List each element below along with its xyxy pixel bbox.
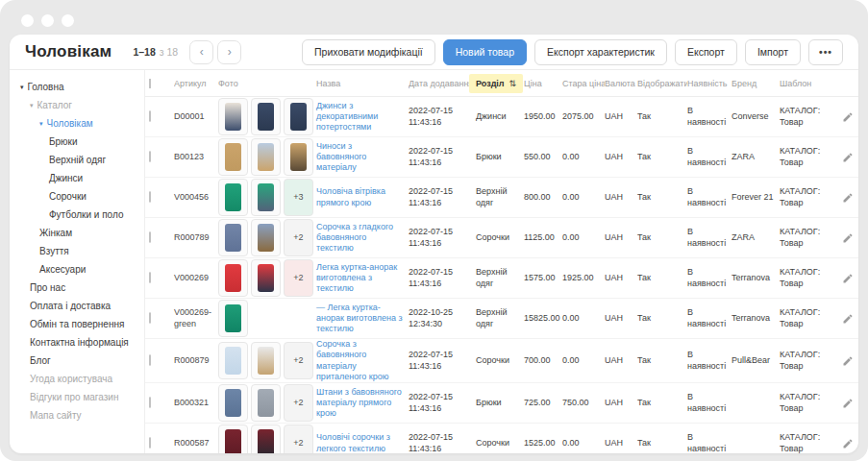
column-header-section[interactable]: Розділ ⇅ [469, 74, 523, 93]
pencil-icon [842, 355, 854, 367]
product-photo[interactable] [251, 259, 281, 297]
more-photos-badge[interactable]: +3 [284, 179, 313, 216]
product-photo[interactable] [251, 138, 281, 176]
sidebar-item-payment[interactable]: Оплата і доставка [10, 297, 144, 315]
export-characteristics-button[interactable]: Експорт характеристик [534, 39, 667, 65]
sidebar-item-shoes[interactable]: Взуття [10, 242, 144, 260]
product-photo[interactable] [251, 425, 281, 453]
column-header-old-price[interactable]: Стара ціна [562, 79, 605, 88]
product-photo[interactable] [218, 138, 248, 176]
product-photo[interactable] [251, 384, 281, 422]
row-checkbox[interactable] [149, 110, 151, 122]
product-name-link[interactable]: Джинси з декоративними потертостями [316, 101, 378, 133]
edit-button[interactable] [841, 312, 855, 326]
more-photos-badge[interactable]: +2 [284, 384, 313, 422]
column-header-template[interactable]: Шаблон [780, 79, 841, 88]
row-checkbox[interactable] [149, 354, 151, 366]
edit-button[interactable] [841, 110, 855, 124]
edit-button[interactable] [841, 191, 855, 205]
sidebar-item-outerwear[interactable]: Верхній одяг [10, 151, 144, 169]
sidebar-item-about[interactable]: Про нас [10, 279, 144, 297]
sidebar-item-catalog[interactable]: ▾Каталог [10, 96, 144, 114]
product-photo[interactable] [218, 219, 248, 256]
sidebar-item-trousers[interactable]: Брюки [10, 133, 144, 151]
product-name-link[interactable]: Чоловічі сорочки з легкого текстилю [316, 432, 390, 452]
column-header-date[interactable]: Дата додавання [409, 79, 476, 88]
sort-icon[interactable]: ⇅ [509, 79, 517, 88]
sidebar-item-men[interactable]: ▾Чоловікам [10, 114, 144, 133]
column-header-brand[interactable]: Бренд [732, 79, 780, 88]
edit-button[interactable] [841, 231, 855, 245]
sidebar-item-contacts[interactable]: Контактна інформація [10, 333, 144, 352]
prev-page-button[interactable]: ‹ [189, 40, 213, 64]
export-button[interactable]: Експорт [675, 39, 737, 65]
sidebar-item-sitemap[interactable]: Мапа сайту [10, 406, 144, 425]
edit-button[interactable] [841, 437, 855, 450]
more-photos-badge[interactable]: +2 [284, 342, 313, 379]
product-photo[interactable] [218, 98, 248, 135]
table-row: R000789 +2 Сорочка з гладкого бавовняног… [145, 218, 858, 258]
product-photo[interactable] [251, 219, 281, 256]
sidebar-item-accessories[interactable]: Аксесуари [10, 260, 144, 279]
sidebar-item-blog[interactable]: Блог [10, 352, 144, 370]
hide-modifications-button[interactable]: Приховати модифікації [302, 39, 435, 65]
product-photo[interactable] [284, 98, 313, 135]
product-name-link[interactable]: Чоловіча вітрівка прямого крою [316, 186, 385, 206]
sidebar-item-jeans[interactable]: Джинси [10, 169, 144, 187]
row-checkbox[interactable] [149, 312, 151, 324]
row-checkbox[interactable] [149, 437, 151, 449]
product-name-link[interactable]: Легка куртка-анорак виготовлена з тексти… [316, 262, 397, 294]
product-brand: Terranova [732, 273, 780, 283]
sidebar-item-reviews[interactable]: Відгуки про магазин [10, 388, 144, 406]
next-page-button[interactable]: › [217, 40, 241, 64]
product-photo[interactable] [218, 384, 248, 422]
sidebar-item-shirts[interactable]: Сорочки [10, 187, 144, 206]
product-name-link[interactable]: Сорочка з бавовняного матеріалу притален… [316, 339, 388, 381]
column-header-availability[interactable]: Наявність [687, 79, 732, 88]
edit-button[interactable] [841, 272, 855, 285]
product-name-link[interactable]: Сорочка з гладкого бавовняного текстилю [316, 222, 393, 254]
product-photo[interactable] [284, 138, 313, 176]
row-checkbox[interactable] [149, 272, 151, 283]
column-header-price[interactable]: Ціна [524, 79, 562, 88]
edit-button[interactable] [841, 354, 855, 368]
column-header-display[interactable]: Відображати [637, 79, 687, 88]
import-button[interactable]: Імпорт [745, 39, 801, 65]
edit-button[interactable] [841, 397, 855, 410]
product-photo[interactable] [251, 179, 281, 216]
more-photos-badge[interactable]: +2 [284, 219, 313, 256]
product-photo[interactable] [251, 98, 281, 135]
product-photo[interactable] [218, 425, 248, 453]
product-name-link[interactable]: — Легка куртка-анорак виготовлена з текс… [316, 303, 403, 334]
window-dot-icon[interactable] [62, 14, 74, 27]
product-photo[interactable] [218, 179, 248, 216]
product-template: КАТАЛОГ: Товар [780, 267, 841, 289]
row-checkbox[interactable] [149, 231, 151, 243]
row-checkbox[interactable] [149, 191, 151, 203]
more-photos-badge[interactable]: +2 [284, 425, 313, 453]
product-photo[interactable] [218, 259, 248, 297]
product-photo[interactable] [218, 342, 248, 379]
new-product-button[interactable]: Новий товар [443, 39, 527, 65]
product-name-link[interactable]: Штани з бавовняного матеріалу прямого кр… [316, 387, 402, 419]
column-header-name[interactable]: Назва [316, 79, 409, 88]
sidebar-item-women[interactable]: Жінкам [10, 224, 144, 242]
column-header-article[interactable]: Артикул [174, 79, 218, 88]
product-name-link[interactable]: Чиноси з бавовняного матеріалу [316, 141, 366, 173]
column-header-currency[interactable]: Валюта [605, 79, 637, 88]
product-photo[interactable] [218, 300, 248, 337]
sidebar-item-agreement[interactable]: Угода користувача [10, 370, 144, 388]
select-all-checkbox[interactable] [149, 79, 151, 88]
window-dot-icon[interactable] [21, 14, 34, 27]
row-checkbox[interactable] [149, 151, 151, 162]
more-photos-badge[interactable]: +2 [284, 259, 313, 297]
sidebar-item-tshirts[interactable]: Футболки и поло [10, 206, 144, 224]
row-checkbox[interactable] [149, 397, 151, 408]
more-actions-button[interactable]: ••• [808, 39, 843, 65]
sidebar-item-home[interactable]: ▾Головна [10, 78, 144, 96]
sidebar-item-label: Чоловікам [47, 118, 93, 129]
sidebar-item-returns[interactable]: Обмін та повернення [10, 315, 144, 333]
window-dot-icon[interactable] [41, 14, 54, 27]
edit-button[interactable] [841, 151, 855, 164]
product-photo[interactable] [251, 342, 281, 379]
